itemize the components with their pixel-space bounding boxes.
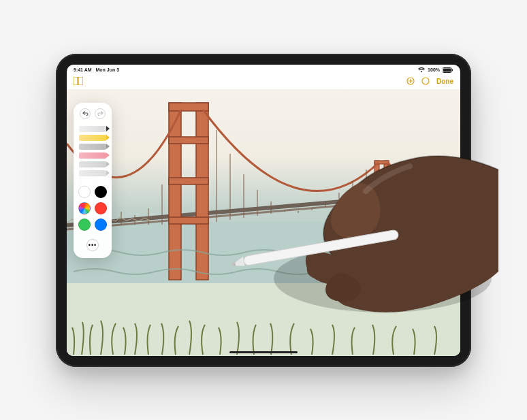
tool-list bbox=[79, 126, 106, 176]
tool-palette: ••• bbox=[74, 103, 112, 258]
svg-rect-16 bbox=[384, 161, 389, 222]
svg-rect-12 bbox=[169, 137, 208, 144]
tool-pencil[interactable] bbox=[79, 144, 106, 150]
svg-rect-4 bbox=[78, 77, 83, 85]
wifi-icon bbox=[418, 67, 425, 73]
svg-point-6 bbox=[422, 78, 429, 84]
home-indicator[interactable] bbox=[229, 351, 298, 353]
svg-rect-13 bbox=[169, 178, 208, 184]
tool-lasso[interactable] bbox=[79, 161, 106, 167]
screen: 9:41 AM Mon Jun 3 100% bbox=[67, 65, 460, 356]
undo-icon bbox=[82, 110, 89, 116]
new-note-icon[interactable] bbox=[421, 76, 430, 88]
svg-rect-14 bbox=[169, 217, 208, 224]
bridge-illustration bbox=[67, 89, 460, 356]
swatch-blue[interactable] bbox=[95, 219, 107, 231]
status-date: Mon Jun 3 bbox=[95, 67, 119, 72]
drawing-canvas[interactable] bbox=[67, 89, 460, 356]
svg-rect-1 bbox=[443, 68, 451, 71]
redo-icon bbox=[97, 110, 103, 116]
tool-ruler[interactable] bbox=[79, 170, 106, 176]
swatch-red[interactable] bbox=[95, 202, 107, 214]
swatch-black[interactable] bbox=[95, 186, 107, 198]
undo-button[interactable] bbox=[80, 108, 91, 119]
done-button[interactable]: Done bbox=[436, 78, 453, 85]
ipad-bezel: 9:41 AM Mon Jun 3 100% bbox=[56, 54, 471, 367]
svg-rect-11 bbox=[169, 103, 208, 111]
swatch-green[interactable] bbox=[78, 219, 91, 231]
svg-rect-2 bbox=[452, 69, 453, 71]
battery-pct: 100% bbox=[428, 67, 440, 72]
more-button[interactable]: ••• bbox=[86, 239, 99, 251]
svg-rect-3 bbox=[74, 77, 78, 85]
tool-pen[interactable] bbox=[79, 126, 106, 132]
svg-rect-15 bbox=[374, 161, 379, 222]
share-icon[interactable] bbox=[406, 76, 415, 88]
notes-list-icon[interactable] bbox=[74, 76, 83, 88]
device-frame: 9:41 AM Mon Jun 3 100% bbox=[56, 54, 471, 367]
status-right: 100% bbox=[418, 67, 453, 73]
app-toolbar: Done bbox=[67, 74, 460, 89]
battery-icon bbox=[443, 67, 453, 73]
status-bar: 9:41 AM Mon Jun 3 100% bbox=[67, 65, 460, 74]
swatch-white[interactable] bbox=[78, 186, 91, 198]
swatch-color-picker[interactable] bbox=[78, 202, 91, 214]
color-swatches bbox=[78, 186, 107, 231]
svg-rect-19 bbox=[374, 195, 389, 197]
redo-button[interactable] bbox=[95, 108, 106, 119]
ellipsis-icon: ••• bbox=[89, 242, 97, 248]
status-left: 9:41 AM Mon Jun 3 bbox=[74, 67, 119, 72]
svg-rect-18 bbox=[374, 178, 389, 180]
tool-eraser[interactable] bbox=[79, 152, 106, 159]
status-time: 9:41 AM bbox=[74, 67, 92, 72]
tool-marker[interactable] bbox=[79, 135, 106, 141]
